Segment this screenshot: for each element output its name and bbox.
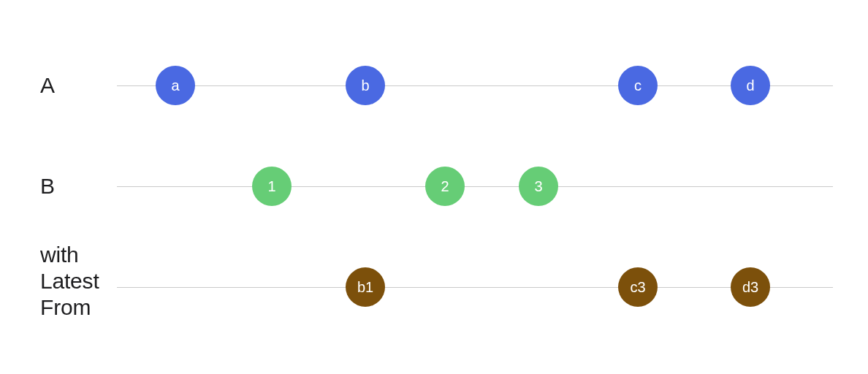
timeline-b — [117, 186, 833, 187]
marble-out-0: b1 — [346, 267, 385, 307]
marble-a-0: a — [156, 66, 195, 105]
marble-b-1: 2 — [425, 167, 465, 206]
row-label-output: with Latest From — [40, 242, 99, 321]
marble-a-2: c — [618, 66, 658, 105]
timeline-a — [117, 85, 833, 86]
marble-out-2: d3 — [731, 267, 770, 307]
timeline-output — [117, 287, 833, 288]
marble-b-2: 3 — [519, 167, 558, 206]
row-label-a: A — [40, 72, 55, 99]
marble-a-1: b — [346, 66, 385, 105]
marble-diagram: A a b c d B 1 2 3 with Latest From b1 c3… — [0, 0, 868, 374]
marble-a-3: d — [731, 66, 770, 105]
row-label-b: B — [40, 173, 55, 199]
marble-out-1: c3 — [618, 267, 658, 307]
marble-b-0: 1 — [252, 167, 292, 206]
